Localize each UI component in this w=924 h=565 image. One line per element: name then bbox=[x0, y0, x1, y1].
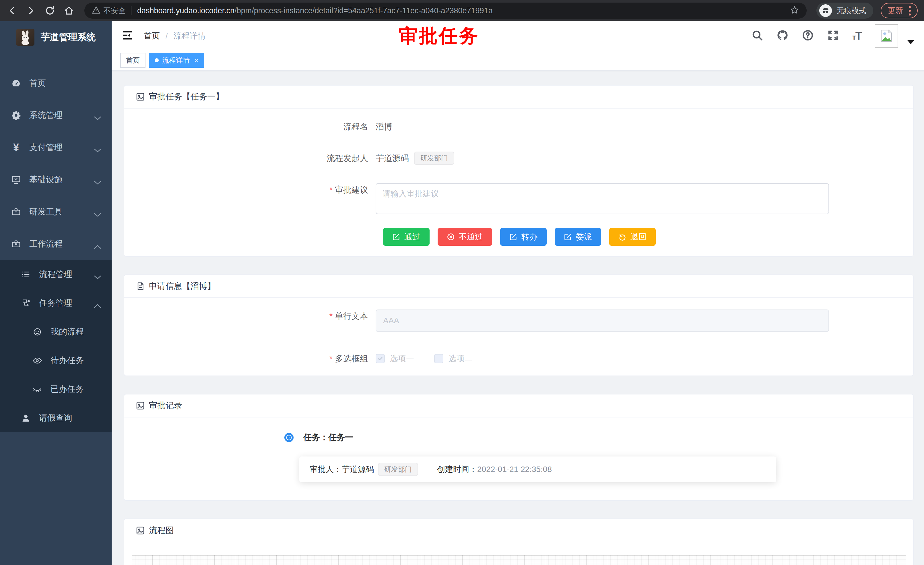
sidebar-item-dev-tools[interactable]: 研发工具 bbox=[0, 196, 112, 228]
breadcrumb: 首页 / 流程详情 bbox=[144, 30, 206, 41]
approve-button[interactable]: 通过 bbox=[383, 228, 430, 246]
sidebar-item-workflow[interactable]: 工作流程 bbox=[0, 228, 112, 260]
fullscreen-icon[interactable] bbox=[827, 29, 839, 42]
forward-icon[interactable] bbox=[25, 5, 37, 17]
address-bar[interactable]: 不安全 dashboard.yudao.iocoder.cn /bpm/proc… bbox=[84, 3, 807, 19]
home-icon[interactable] bbox=[63, 5, 75, 17]
checkbox-unchecked-icon bbox=[434, 354, 443, 363]
font-size-icon[interactable]: тT bbox=[852, 30, 861, 42]
sidebar-item-todo-tasks[interactable]: 待办任务 bbox=[0, 346, 112, 375]
return-button[interactable]: 退回 bbox=[609, 228, 656, 246]
sidebar-item-label: 首页 bbox=[29, 78, 46, 89]
sidebar-item-my-process[interactable]: 我的流程 bbox=[0, 317, 112, 346]
gear-icon bbox=[10, 111, 22, 120]
circle-x-icon bbox=[447, 233, 455, 241]
created-time-label: 创建时间： bbox=[437, 464, 477, 475]
approval-records-card-header: 审批记录 bbox=[124, 394, 913, 418]
sidebar-item-label: 支付管理 bbox=[29, 142, 63, 153]
sidebar-collapse-icon[interactable] bbox=[122, 29, 134, 42]
reject-button[interactable]: 不通过 bbox=[438, 228, 492, 246]
checkbox-group-row: 多选框组 选项一 选项二 bbox=[136, 352, 902, 365]
incognito-badge: 无痕模式 bbox=[816, 3, 873, 19]
sidebar-item-process-mgmt[interactable]: 流程管理 bbox=[0, 260, 112, 289]
chevron-up-icon bbox=[94, 242, 101, 251]
initiator-label: 流程发起人 bbox=[136, 152, 376, 165]
process-name-row: 流程名 滔博 bbox=[136, 120, 902, 133]
flow-icon bbox=[20, 298, 32, 308]
tab-home[interactable]: 首页 bbox=[120, 53, 146, 68]
not-secure-warning-icon bbox=[92, 6, 100, 15]
breadcrumb-separator: / bbox=[166, 31, 168, 41]
yen-icon: ¥ bbox=[10, 143, 22, 153]
records-timeline: 任务：任务一 审批人： 芋道源码 研发部门 创建时间： 2022-01-21 2… bbox=[136, 429, 902, 482]
delegate-button[interactable]: 委派 bbox=[555, 228, 601, 246]
avatar[interactable] bbox=[874, 24, 898, 48]
initiator-row: 流程发起人 芋道源码 研发部门 bbox=[136, 152, 902, 165]
sidebar: 芋道管理系统 首页 系统管理 ¥ 支付管理 基础设施 bbox=[0, 21, 112, 565]
breadcrumb-current: 流程详情 bbox=[174, 30, 206, 41]
page-content: 审批任务【任务一】 流程名 滔博 流程发起人 芋道源码 研发部门 bbox=[112, 71, 924, 565]
process-diagram-card: 流程图 bbox=[124, 518, 914, 565]
sidebar-item-label: 待办任务 bbox=[51, 355, 84, 366]
sidebar-item-label: 我的流程 bbox=[51, 326, 84, 338]
search-icon[interactable] bbox=[751, 29, 763, 42]
sidebar-item-payment[interactable]: ¥ 支付管理 bbox=[0, 131, 112, 164]
chevron-up-icon bbox=[94, 301, 101, 310]
transfer-button[interactable]: 转办 bbox=[500, 228, 547, 246]
sidebar-item-label: 系统管理 bbox=[29, 110, 63, 121]
chevron-down-icon bbox=[94, 210, 101, 219]
back-icon[interactable] bbox=[6, 5, 18, 17]
process-name-value: 滔博 bbox=[376, 120, 392, 133]
sidebar-item-system[interactable]: 系统管理 bbox=[0, 99, 112, 131]
application-info-card-header: 申请信息【滔博】 bbox=[124, 275, 913, 298]
picture-icon bbox=[136, 526, 145, 535]
approval-task-card-header: 审批任务【任务一】 bbox=[124, 86, 913, 108]
timeline-clock-icon bbox=[284, 433, 294, 442]
approval-records-card: 审批记录 任务：任务一 审批人： 芋道源码 研发部门 创建时间： bbox=[124, 394, 914, 501]
approval-actions: 通过 不通过 转办 委派 bbox=[136, 228, 902, 246]
created-time-value: 2022-01-21 22:35:08 bbox=[477, 465, 552, 474]
breadcrumb-home[interactable]: 首页 bbox=[144, 30, 160, 41]
sidebar-item-label: 任务管理 bbox=[39, 298, 72, 309]
advice-label: 审批建议 bbox=[136, 183, 376, 196]
security-label: 不安全 bbox=[103, 6, 126, 16]
user-icon bbox=[20, 413, 32, 423]
advice-row: 审批建议 bbox=[136, 183, 902, 214]
browser-update-button[interactable]: 更新 bbox=[880, 3, 918, 18]
eye-open-icon bbox=[32, 356, 43, 365]
toolbox-icon bbox=[10, 239, 22, 249]
eye-closed-icon bbox=[32, 385, 43, 394]
bookmark-star-icon[interactable] bbox=[790, 6, 799, 16]
tab-close-icon[interactable]: × bbox=[194, 57, 199, 64]
sidebar-item-task-mgmt[interactable]: 任务管理 bbox=[0, 289, 112, 317]
sidebar-item-done-tasks[interactable]: 已办任务 bbox=[0, 375, 112, 404]
github-icon[interactable] bbox=[777, 29, 789, 42]
reload-icon[interactable] bbox=[44, 5, 56, 17]
task-title: 任务：任务一 bbox=[303, 432, 353, 443]
process-name-label: 流程名 bbox=[136, 120, 376, 133]
url-divider bbox=[131, 6, 131, 15]
advice-textarea[interactable] bbox=[376, 183, 829, 214]
edit-icon bbox=[392, 233, 400, 241]
sidebar-item-infrastructure[interactable]: 基础设施 bbox=[0, 164, 112, 196]
checkbox-option-2[interactable]: 选项二 bbox=[434, 353, 472, 364]
single-line-input[interactable] bbox=[376, 310, 829, 332]
sidebar-item-home[interactable]: 首页 bbox=[0, 67, 112, 99]
tab-process-detail[interactable]: 流程详情 × bbox=[149, 53, 204, 68]
document-icon bbox=[136, 282, 145, 291]
workflow-submenu: 流程管理 任务管理 我的流程 待办任务 已办 bbox=[0, 260, 112, 432]
sidebar-item-leave-query[interactable]: 请假查询 bbox=[0, 404, 112, 432]
monitor-icon bbox=[10, 175, 22, 185]
tab-label: 首页 bbox=[126, 56, 140, 65]
chevron-down-icon bbox=[94, 113, 101, 123]
card-title: 审批任务【任务一】 bbox=[149, 91, 224, 102]
gauge-icon bbox=[10, 78, 22, 88]
browser-menu-icon[interactable] bbox=[909, 6, 911, 15]
checkbox-option-1[interactable]: 选项一 bbox=[376, 353, 414, 364]
bpmn-canvas-grid[interactable] bbox=[132, 555, 906, 565]
app-logo-row[interactable]: 芋道管理系统 bbox=[0, 21, 112, 53]
avatar-caret-icon[interactable] bbox=[908, 40, 914, 44]
chevron-down-icon bbox=[94, 177, 101, 187]
chevron-down-icon bbox=[94, 145, 101, 155]
help-icon[interactable] bbox=[802, 29, 814, 42]
